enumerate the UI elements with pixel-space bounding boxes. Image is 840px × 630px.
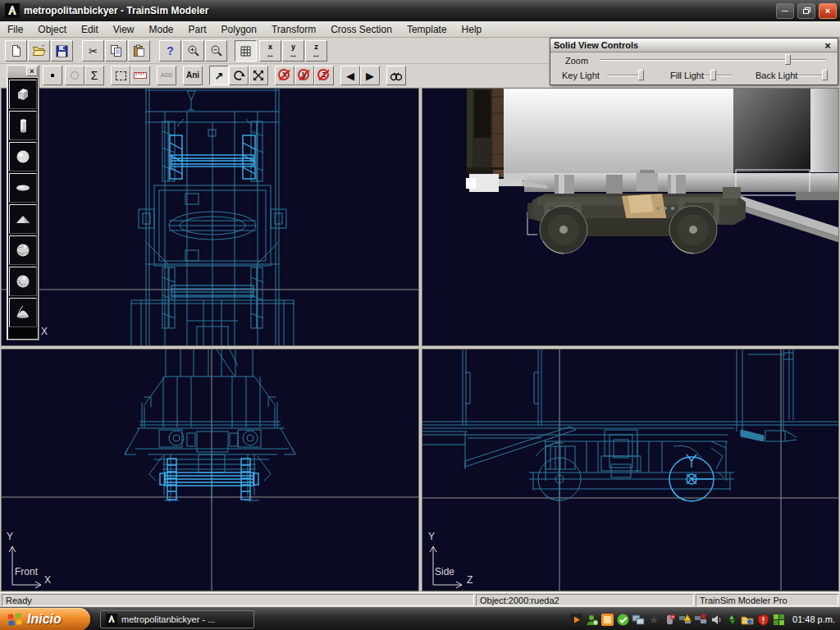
view-name-label: Front bbox=[15, 566, 38, 578]
new-file-button[interactable] bbox=[5, 40, 27, 62]
network-warning-icon[interactable] bbox=[678, 613, 692, 626]
circle-button[interactable] bbox=[65, 66, 84, 85]
viewport-front-view[interactable]: Y Front X bbox=[1, 349, 419, 591]
antivirus-ok-icon[interactable] bbox=[616, 613, 629, 626]
shape-geosphere-alt-button[interactable] bbox=[9, 267, 37, 296]
shape-palette-titlebar[interactable]: × bbox=[7, 66, 39, 78]
back-light-slider-thumb[interactable] bbox=[822, 70, 828, 80]
add-part-button[interactable]: ADD bbox=[157, 66, 176, 85]
select-rect-button[interactable] bbox=[111, 66, 130, 85]
shape-palette: × bbox=[7, 65, 39, 340]
menu-mode[interactable]: Mode bbox=[142, 22, 181, 37]
back-light-slider[interactable] bbox=[798, 70, 826, 80]
shape-sphere-button[interactable] bbox=[9, 142, 37, 171]
move-tool-button[interactable]: ↗ bbox=[209, 66, 229, 85]
fill-light-slider[interactable] bbox=[705, 70, 731, 80]
key-light-slider[interactable] bbox=[608, 70, 642, 80]
menu-cross-section[interactable]: Cross Section bbox=[323, 22, 399, 37]
copy-icon bbox=[110, 44, 122, 57]
menu-part[interactable]: Part bbox=[181, 22, 214, 37]
menu-polygon[interactable]: Polygon bbox=[214, 22, 264, 37]
messenger-contact-icon[interactable] bbox=[585, 613, 598, 626]
prev-part-button[interactable]: ◀ bbox=[340, 66, 360, 85]
zoom-slider-thumb[interactable] bbox=[785, 54, 791, 65]
zoom-in-button[interactable] bbox=[182, 40, 204, 62]
help-button[interactable]: ? bbox=[159, 40, 181, 62]
palette-close-button[interactable]: × bbox=[26, 66, 38, 76]
zoom-slider[interactable] bbox=[600, 54, 826, 65]
menu-file[interactable]: File bbox=[0, 22, 30, 37]
menu-object[interactable]: Object bbox=[30, 22, 74, 37]
geosphere-alt-icon bbox=[15, 273, 31, 290]
rotate-tool-button[interactable] bbox=[229, 66, 249, 85]
viewport-side-view[interactable]: Y Side Z bbox=[422, 349, 839, 591]
viewport-top-view[interactable]: X bbox=[1, 88, 419, 346]
ruler-button[interactable] bbox=[130, 66, 150, 85]
lock-y-button[interactable]: y bbox=[294, 66, 314, 85]
menu-transform[interactable]: Transform bbox=[264, 22, 323, 37]
close-button[interactable]: × bbox=[819, 3, 837, 19]
lock-z-button[interactable]: z bbox=[314, 66, 334, 85]
scale-tool-button[interactable] bbox=[249, 66, 268, 85]
shape-dome-button[interactable] bbox=[9, 298, 37, 327]
security-alert-icon[interactable] bbox=[756, 613, 769, 626]
panel-close-button[interactable]: × bbox=[821, 39, 834, 52]
volume-icon[interactable] bbox=[710, 613, 723, 626]
zoom-out-button[interactable] bbox=[205, 40, 227, 62]
minimize-button[interactable]: ─ bbox=[776, 3, 794, 19]
rotate-icon bbox=[233, 70, 245, 81]
shape-geosphere-button[interactable] bbox=[9, 235, 37, 265]
fill-light-slider-thumb[interactable] bbox=[710, 70, 716, 80]
z-axis-button[interactable]: z↔ bbox=[305, 40, 327, 62]
menu-bar: File Object Edit View Mode Part Polygon … bbox=[0, 21, 840, 38]
lock-x-icon: x bbox=[277, 68, 292, 83]
spline-button[interactable]: Σ bbox=[84, 66, 104, 85]
animate-button[interactable]: Ani bbox=[183, 66, 203, 85]
sync-arrows-icon[interactable] bbox=[725, 613, 738, 626]
save-button[interactable] bbox=[51, 40, 73, 62]
shape-disc-button[interactable] bbox=[9, 173, 37, 203]
photo-tool-icon[interactable] bbox=[600, 613, 614, 626]
lock-z-icon: z bbox=[317, 68, 331, 83]
next-part-button[interactable]: ▶ bbox=[360, 66, 380, 85]
viewport-solid-view[interactable] bbox=[422, 88, 839, 346]
solid-view-controls-titlebar[interactable]: Solid View Controls × bbox=[550, 39, 838, 52]
menu-help[interactable]: Help bbox=[454, 22, 490, 37]
solid-view-controls-panel: Solid View Controls × Zoom Key Light Fil… bbox=[550, 38, 838, 85]
lock-x-button[interactable]: x bbox=[275, 66, 294, 85]
cut-button[interactable]: ✂ bbox=[82, 40, 104, 62]
star-icon[interactable]: ★ bbox=[647, 613, 660, 626]
add-icon: ADD bbox=[160, 71, 172, 79]
find-button[interactable] bbox=[386, 66, 406, 85]
media-player-icon[interactable] bbox=[569, 613, 582, 626]
grid-toggle-button[interactable] bbox=[235, 40, 257, 62]
title-bar[interactable]: metropolitanbickyer - TrainSim Modeler ─… bbox=[0, 0, 840, 21]
folder-sync-icon[interactable] bbox=[741, 613, 754, 626]
paste-button[interactable] bbox=[128, 40, 150, 62]
windows-logo-icon bbox=[7, 611, 23, 628]
dual-monitor-icon[interactable] bbox=[632, 613, 645, 626]
shape-palette-body bbox=[8, 78, 38, 339]
taskbar-app-button[interactable]: metropolitanbickyer - ... bbox=[100, 610, 254, 628]
start-button[interactable]: Inicio bbox=[0, 608, 90, 630]
menu-view[interactable]: View bbox=[106, 22, 142, 37]
menu-edit[interactable]: Edit bbox=[74, 22, 106, 37]
shape-box-button[interactable] bbox=[9, 80, 37, 109]
open-file-button[interactable] bbox=[28, 40, 50, 62]
restore-icon bbox=[803, 7, 810, 14]
point-button[interactable] bbox=[43, 66, 62, 85]
move-icon: ↗ bbox=[215, 71, 224, 81]
key-light-slider-thumb[interactable] bbox=[638, 70, 644, 80]
copy-button[interactable] bbox=[105, 40, 127, 62]
menu-template[interactable]: Template bbox=[399, 22, 454, 37]
network-error-icon[interactable] bbox=[694, 613, 707, 626]
restore-button[interactable] bbox=[797, 3, 815, 19]
x-axis-button[interactable]: x↔ bbox=[259, 40, 281, 62]
shape-wedge-button[interactable] bbox=[9, 204, 37, 234]
select-rect-icon bbox=[116, 71, 126, 80]
device-disabled-icon[interactable] bbox=[663, 613, 676, 626]
open-folder-icon bbox=[32, 44, 46, 57]
app-grid-icon[interactable] bbox=[772, 613, 785, 626]
shape-cylinder-button[interactable] bbox=[9, 111, 37, 140]
y-axis-button[interactable]: y↔ bbox=[282, 40, 304, 62]
